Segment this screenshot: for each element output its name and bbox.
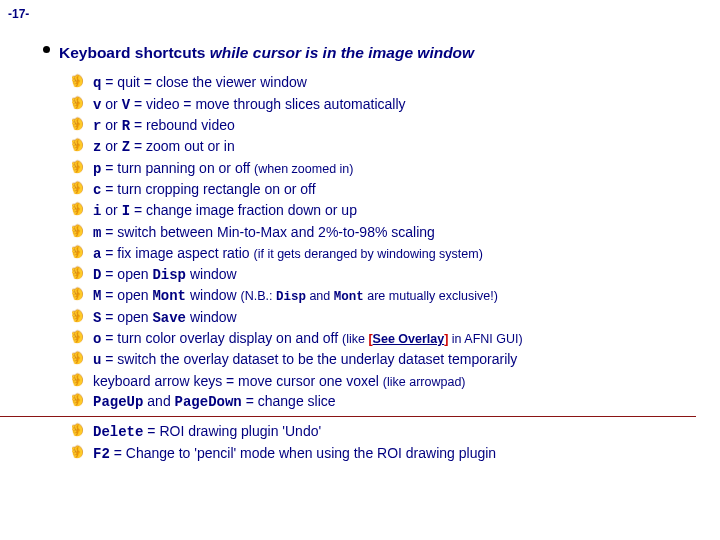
list-item-text: u = switch the overlay dataset to be the…: [93, 351, 517, 367]
separator-line: [0, 416, 696, 417]
heading-italic: while cursor is in the image window: [210, 44, 474, 61]
list-item: ✊q = quit = close the viewer window: [71, 72, 712, 93]
shortcut-list-after: ✊Delete = ROI drawing plugin 'Undo'✊F2 =…: [47, 421, 712, 464]
list-item: ✊a = fix image aspect ratio (if it gets …: [71, 243, 712, 264]
hand-icon: ✊: [70, 225, 85, 239]
bullet-dot-icon: [43, 46, 50, 53]
list-item-text: PageUp and PageDown = change slice: [93, 393, 336, 409]
list-item-text: r or R = rebound video: [93, 117, 235, 133]
hand-icon: ✊: [70, 289, 85, 303]
hand-icon: ✊: [70, 76, 85, 90]
hand-icon: ✊: [70, 425, 85, 439]
heading-plain: Keyboard shortcuts: [59, 44, 210, 61]
list-item-text: v or V = video = move through slices aut…: [93, 96, 406, 112]
hand-icon: ✊: [70, 331, 85, 345]
list-item: ✊PageUp and PageDown = change slice: [71, 391, 712, 412]
shortcut-list: ✊q = quit = close the viewer window✊v or…: [47, 72, 712, 412]
list-item: ✊p = turn panning on or off (when zoomed…: [71, 158, 712, 179]
hand-icon: ✊: [70, 353, 85, 367]
list-item-text: p = turn panning on or off (when zoomed …: [93, 160, 353, 176]
list-item-text: o = turn color overlay display on and of…: [93, 330, 523, 346]
hand-icon: ✊: [70, 394, 85, 408]
list-item-text: a = fix image aspect ratio (if it gets d…: [93, 245, 483, 261]
hand-icon: ✊: [70, 374, 85, 388]
list-item-text: D = open Disp window: [93, 266, 237, 282]
list-item: ✊o = turn color overlay display on and o…: [71, 328, 712, 349]
hand-icon: ✊: [70, 140, 85, 154]
list-item: ✊Delete = ROI drawing plugin 'Undo': [71, 421, 712, 442]
list-item: ✊c = turn cropping rectangle on or off: [71, 179, 712, 200]
list-item-text: Delete = ROI drawing plugin 'Undo': [93, 423, 321, 439]
hand-icon: ✊: [70, 182, 85, 196]
hand-icon: ✊: [70, 446, 85, 460]
content-block: Keyboard shortcuts while cursor is in th…: [47, 42, 712, 464]
hand-icon: ✊: [70, 118, 85, 132]
list-item-text: i or I = change image fraction down or u…: [93, 202, 357, 218]
page-number: -17-: [8, 6, 29, 23]
list-item-text: keyboard arrow keys = move cursor one vo…: [93, 373, 466, 389]
list-item: ✊D = open Disp window: [71, 264, 712, 285]
list-item: ✊i or I = change image fraction down or …: [71, 200, 712, 221]
hand-icon: ✊: [70, 246, 85, 260]
list-item-text: m = switch between Min-to-Max and 2%-to-…: [93, 224, 435, 240]
list-item-text: q = quit = close the viewer window: [93, 74, 307, 90]
list-item: ✊z or Z = zoom out or in: [71, 136, 712, 157]
heading: Keyboard shortcuts while cursor is in th…: [47, 42, 712, 64]
hand-icon: ✊: [70, 204, 85, 218]
list-item-text: F2 = Change to 'pencil' mode when using …: [93, 445, 496, 461]
list-item: ✊keyboard arrow keys = move cursor one v…: [71, 371, 712, 391]
hand-icon: ✊: [70, 310, 85, 324]
list-item-text: z or Z = zoom out or in: [93, 138, 235, 154]
list-item: ✊M = open Mont window (N.B.: Disp and Mo…: [71, 285, 712, 306]
list-item: ✊F2 = Change to 'pencil' mode when using…: [71, 443, 712, 464]
hand-icon: ✊: [70, 268, 85, 282]
list-item: ✊u = switch the overlay dataset to be th…: [71, 349, 712, 370]
page: -17- Keyboard shortcuts while cursor is …: [0, 0, 720, 540]
list-item-text: S = open Save window: [93, 309, 237, 325]
list-item: ✊S = open Save window: [71, 307, 712, 328]
hand-icon: ✊: [70, 161, 85, 175]
list-item: ✊r or R = rebound video: [71, 115, 712, 136]
list-item: ✊v or V = video = move through slices au…: [71, 94, 712, 115]
list-item-text: c = turn cropping rectangle on or off: [93, 181, 316, 197]
list-item-text: M = open Mont window (N.B.: Disp and Mon…: [93, 287, 498, 303]
list-item: ✊m = switch between Min-to-Max and 2%-to…: [71, 222, 712, 243]
hand-icon: ✊: [70, 97, 85, 111]
